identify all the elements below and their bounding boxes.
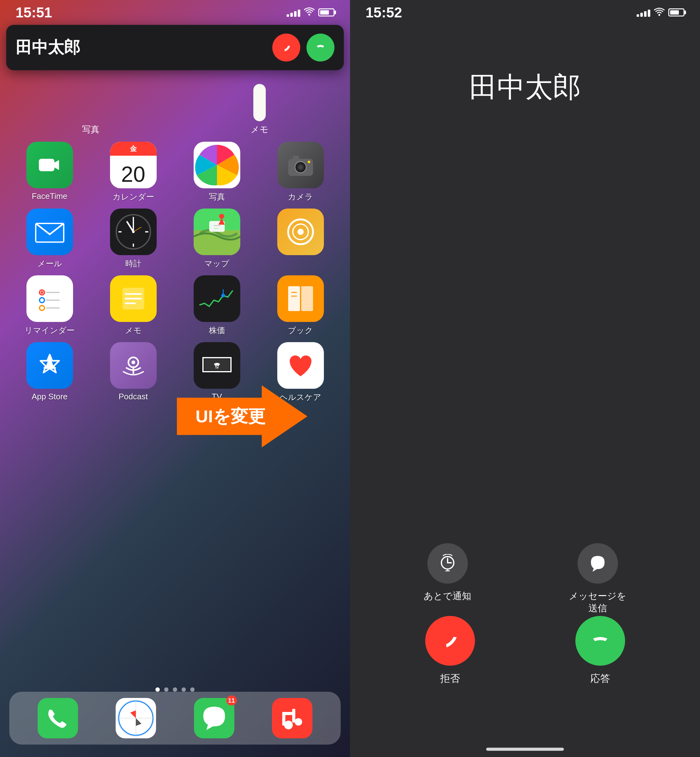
dock-music[interactable] bbox=[272, 698, 312, 738]
message-action[interactable]: メッセージを 送信 bbox=[569, 543, 627, 614]
app-books[interactable]: ブック bbox=[260, 275, 341, 336]
status-icons-left bbox=[287, 8, 334, 18]
memo-label: メモ bbox=[250, 124, 269, 136]
dock-music-icon bbox=[272, 698, 312, 738]
maps-label: マップ bbox=[204, 258, 230, 269]
dock-messages[interactable]: 11 bbox=[194, 698, 234, 738]
remind-label: あとで通知 bbox=[423, 590, 471, 602]
cal-header: 金 bbox=[110, 142, 157, 156]
right-phone-screen: 15:52 田中太郎 bbox=[350, 0, 700, 757]
wifi-icon bbox=[304, 8, 314, 18]
call-banner: 田中太郎 bbox=[6, 25, 344, 70]
reminders-label: リマインダー bbox=[25, 325, 75, 336]
app-maps[interactable]: マップ bbox=[177, 209, 257, 269]
svg-point-29 bbox=[41, 291, 43, 293]
page-dots bbox=[0, 687, 350, 692]
stocks-label: 株価 bbox=[209, 325, 225, 336]
svg-text:tv: tv bbox=[215, 365, 219, 370]
memo-widget[interactable] bbox=[253, 84, 266, 121]
app-calendar[interactable]: 金 20 カレンダー bbox=[93, 142, 173, 202]
app-stocks[interactable]: 株価 bbox=[177, 275, 257, 336]
app-photos[interactable]: 写真 bbox=[177, 142, 257, 202]
app-placeholder[interactable] bbox=[260, 209, 341, 269]
call-banner-buttons bbox=[272, 34, 334, 61]
mail-icon bbox=[27, 209, 73, 255]
maps-icon bbox=[194, 209, 240, 255]
call-banner-name: 田中太郎 bbox=[16, 37, 80, 58]
signal-icon bbox=[287, 8, 300, 17]
dot-5 bbox=[190, 687, 195, 692]
app-reminders[interactable]: リマインダー bbox=[9, 275, 90, 336]
app-appstore[interactable]: App Store bbox=[9, 342, 90, 403]
svg-point-7 bbox=[308, 161, 310, 163]
dock: 11 bbox=[9, 692, 341, 745]
status-bar-left: 15:51 bbox=[0, 0, 350, 25]
app-notes[interactable]: メモ bbox=[93, 275, 173, 336]
dock-phone-icon bbox=[38, 698, 78, 738]
clock-icon bbox=[110, 209, 157, 255]
svg-point-5 bbox=[298, 165, 303, 169]
signal-icon-right bbox=[637, 8, 650, 17]
stocks-icon bbox=[194, 275, 240, 322]
dock-safari-icon bbox=[116, 698, 156, 738]
svg-point-18 bbox=[132, 231, 134, 233]
tv-icon: tv bbox=[194, 342, 240, 389]
health-icon bbox=[277, 342, 324, 389]
messages-badge: 11 bbox=[226, 696, 237, 705]
svg-point-31 bbox=[39, 298, 44, 303]
svg-point-48 bbox=[131, 361, 135, 364]
svg-point-56 bbox=[295, 718, 302, 726]
banner-decline-button[interactable] bbox=[272, 34, 300, 61]
wifi-icon-right bbox=[654, 8, 664, 17]
calendar-label: カレンダー bbox=[112, 191, 154, 202]
dock-safari[interactable] bbox=[116, 698, 156, 738]
dot-4 bbox=[181, 687, 186, 692]
arrow-text: UIを変更 bbox=[189, 408, 290, 425]
app-podcast[interactable]: Podcast bbox=[93, 342, 173, 403]
remind-action[interactable]: あとで通知 bbox=[423, 543, 471, 614]
app-clock[interactable]: 時計 bbox=[93, 209, 173, 269]
svg-rect-6 bbox=[293, 156, 299, 159]
svg-point-0 bbox=[308, 14, 310, 16]
remind-icon bbox=[427, 543, 468, 584]
svg-rect-41 bbox=[288, 286, 300, 311]
appstore-label: App Store bbox=[32, 392, 68, 401]
facetime-icon bbox=[27, 142, 73, 188]
battery-icon-right bbox=[668, 8, 684, 16]
call-actions-row: あとで通知 メッセージを 送信 bbox=[350, 543, 700, 614]
svg-point-33 bbox=[39, 306, 44, 311]
arrow-container: UIを変更 bbox=[177, 386, 308, 448]
camera-label: カメラ bbox=[288, 191, 313, 202]
decline-label: 拒否 bbox=[440, 672, 460, 685]
call-contact-name: 田中太郎 bbox=[469, 69, 581, 106]
facetime-label: FaceTime bbox=[32, 191, 67, 201]
svg-rect-1 bbox=[39, 159, 55, 171]
photos-label: 写真 bbox=[209, 191, 225, 202]
camera-icon bbox=[277, 142, 324, 188]
call-buttons-row: 拒否 応答 bbox=[350, 616, 700, 685]
accept-button[interactable] bbox=[575, 616, 625, 666]
appstore-icon bbox=[27, 342, 73, 389]
svg-rect-42 bbox=[301, 286, 313, 311]
app-camera[interactable]: カメラ bbox=[260, 142, 341, 202]
status-icons-right bbox=[637, 8, 684, 17]
app-mail[interactable]: メール bbox=[9, 209, 90, 269]
reminders-icon bbox=[27, 275, 73, 322]
home-indicator-right[interactable] bbox=[486, 748, 564, 751]
message-icon bbox=[578, 543, 618, 584]
photos-icon bbox=[194, 142, 240, 188]
decline-button[interactable] bbox=[425, 616, 475, 666]
dock-phone[interactable] bbox=[38, 698, 78, 738]
books-icon bbox=[277, 275, 324, 322]
accept-label: 応答 bbox=[590, 672, 610, 685]
dot-2 bbox=[164, 687, 169, 692]
app-facetime[interactable]: FaceTime bbox=[9, 142, 90, 202]
arrow-shape: UIを変更 bbox=[177, 386, 308, 448]
notes-label: メモ bbox=[125, 325, 142, 336]
svg-point-24 bbox=[219, 214, 224, 219]
mail-label: メール bbox=[37, 258, 62, 269]
svg-rect-57 bbox=[292, 709, 295, 723]
banner-accept-button[interactable] bbox=[306, 34, 334, 61]
time-left: 15:51 bbox=[16, 4, 52, 21]
photo-label: 写真 bbox=[82, 124, 100, 136]
